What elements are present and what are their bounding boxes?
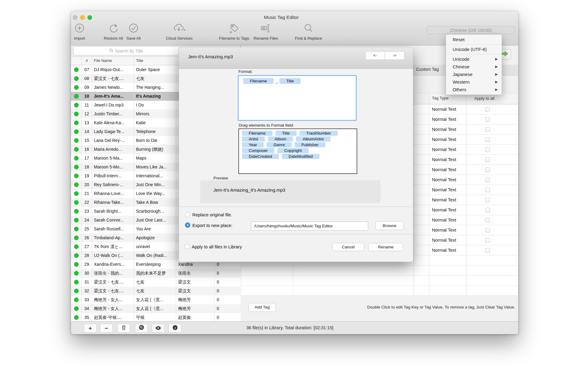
menu-item-chinese[interactable]: Chinese▶ (446, 63, 502, 70)
rename-files-button[interactable]: Rename Files (252, 22, 280, 41)
cloud-services-button[interactable]: Cloud Services (163, 22, 195, 41)
menu-item-japanese[interactable]: Japanese▶ (446, 70, 502, 78)
column-header-number[interactable]: # (82, 57, 92, 65)
column-header-apply-to-all[interactable]: Apply to all (466, 93, 518, 104)
apply-to-all-checkbox[interactable] (485, 107, 490, 112)
search-files-button[interactable] (135, 324, 148, 333)
format-element-chip[interactable]: Artist (242, 136, 265, 142)
format-element-chip[interactable]: Composer (242, 148, 274, 153)
file-row[interactable]: 31梁汉文 - 七友....七友梁汉文0 (71, 278, 241, 287)
format-element-chip[interactable]: Copyright (277, 148, 308, 153)
file-row[interactable]: 34梅艳芳 - 女人...女人花 (《意...梅艳芳0 (71, 304, 241, 313)
format-element-chip[interactable]: Title (276, 131, 297, 136)
filename-to-tags-button[interactable]: Filename to Tags (215, 22, 253, 41)
apply-to-all-checkbox[interactable] (485, 127, 490, 132)
menu-item-unicode[interactable]: Unicode▶ (446, 55, 502, 63)
apply-to-all-checkbox[interactable] (485, 248, 490, 253)
encoding-field[interactable]: Chinese (GB 18030) (427, 26, 515, 34)
apply-to-all-checkbox[interactable] (485, 137, 490, 142)
menu-item-unicode-utf-8-[interactable]: Unicode (UTF-8) (446, 45, 502, 53)
file-row[interactable]: 33梅艳芳 - 女人...女人花 (《意...梅艳芳0 (71, 295, 241, 304)
apply-to-all-checkbox[interactable] (485, 188, 490, 192)
next-file-button[interactable]: -> (385, 51, 404, 60)
file-number: 18 (82, 163, 92, 171)
search-input[interactable]: Search by Title (73, 46, 179, 55)
format-element-chip[interactable]: DateCreated (242, 154, 279, 159)
find-replace-button[interactable]: Find & Replace (293, 22, 324, 41)
file-title: 女人花 (《意... (134, 304, 176, 313)
format-field[interactable]: Filename_Title (238, 75, 357, 121)
remove-file-button[interactable]: − (100, 324, 113, 333)
format-token[interactable]: Title (280, 78, 301, 84)
green-dot-icon (74, 271, 79, 276)
rename-button[interactable]: Rename (368, 243, 403, 251)
tag-row-empty (241, 286, 518, 296)
menu-item-label: Unicode (UTF-8) (453, 47, 487, 52)
format-element-chip[interactable]: Album (268, 136, 293, 142)
green-dot-icon (74, 289, 79, 293)
format-element-chip[interactable]: Genre (267, 142, 292, 147)
apply-to-all-checkbox[interactable] (485, 147, 490, 152)
export-path-input[interactable]: /Users/hengzhuoliu/Music/Music Tag Edito… (251, 222, 368, 231)
menu-item-reset[interactable]: Reset (446, 36, 502, 43)
export-new-place-label[interactable]: Export to new place: (192, 223, 232, 228)
file-number: 22 (82, 198, 92, 207)
apply-to-all-checkbox[interactable] (485, 228, 490, 233)
apply-all-checkbox[interactable] (185, 244, 190, 249)
file-artist: 张雨生 (176, 269, 215, 278)
preview-button[interactable] (152, 324, 165, 333)
format-element-chip[interactable]: DateModified (282, 154, 320, 159)
file-name: Rey Salinero-... (92, 180, 134, 189)
tab-custom-tag[interactable]: Custom Tag (416, 67, 439, 72)
format-element-chip[interactable]: TrackNumber (300, 131, 338, 136)
file-title: unravel (134, 242, 176, 251)
apply-to-all-checkbox[interactable] (485, 117, 490, 122)
file-number: 27 (82, 242, 92, 251)
file-name: Timbaland-Ap... (92, 233, 134, 242)
apply-to-all-checkbox[interactable] (485, 157, 490, 162)
save-all-button[interactable]: Save All (123, 22, 144, 41)
file-title: Mirrors (134, 110, 176, 118)
close-button[interactable] (73, 15, 77, 20)
restore-all-button[interactable]: Restore All (101, 22, 126, 41)
format-element-chip[interactable]: Year (242, 142, 264, 147)
apply-to-all-checkbox[interactable] (485, 208, 490, 212)
apply-to-all-checkbox[interactable] (485, 198, 490, 202)
format-element-chip[interactable]: Publisher (295, 142, 325, 147)
apply-to-all-checkbox[interactable] (485, 178, 490, 182)
format-token[interactable]: Filename (243, 78, 274, 84)
menu-item-western[interactable]: Western▶ (446, 78, 502, 86)
file-name: Sarah Bright... (92, 207, 134, 216)
file-number: 33 (82, 295, 92, 304)
cancel-button[interactable]: Cancel (332, 243, 364, 251)
apply-to-all-checkbox[interactable] (485, 168, 490, 172)
replace-original-radio[interactable] (185, 212, 190, 217)
file-row[interactable]: 30张雨生 - 我的...我的未来不是梦张雨生0 (71, 269, 241, 278)
file-row[interactable]: 35赵英俊-守候....守候赵英俊0 (71, 313, 241, 322)
zoom-button[interactable] (87, 15, 92, 20)
add-file-button[interactable]: + (84, 324, 97, 333)
browse-button[interactable]: Browse (376, 221, 404, 230)
trash-icon (121, 325, 126, 332)
minimize-button[interactable] (80, 15, 85, 20)
file-number: 20 (82, 180, 92, 189)
file-row[interactable]: 32梁汉文 - 七友....七友梁汉文0 (71, 287, 241, 295)
file-number: 23 (82, 207, 92, 216)
export-new-place-radio[interactable] (185, 222, 190, 228)
previous-file-button[interactable]: <- (365, 51, 385, 60)
column-header-file-name[interactable]: File Name (92, 57, 134, 65)
import-button[interactable]: Import (72, 22, 87, 41)
green-dot-icon (74, 121, 79, 125)
replace-original-label[interactable]: Replace original file. (192, 212, 232, 217)
apply-to-all-checkbox[interactable] (485, 238, 490, 243)
info-button[interactable]: i (169, 324, 181, 333)
add-tag-button[interactable]: Add Tag (248, 303, 276, 312)
menu-item-others[interactable]: Others▶ (446, 86, 502, 93)
delete-button[interactable] (117, 324, 130, 333)
format-element-chip[interactable]: Filename (242, 131, 273, 136)
apply-all-label[interactable]: Apply to all files in Library (192, 244, 242, 249)
format-element-chip[interactable]: AlbumArtist (296, 136, 330, 142)
apply-to-all-checkbox[interactable] (485, 218, 490, 222)
column-header-title[interactable]: Title (134, 57, 176, 65)
column-header-tag-type[interactable]: Tag Type (429, 93, 466, 104)
